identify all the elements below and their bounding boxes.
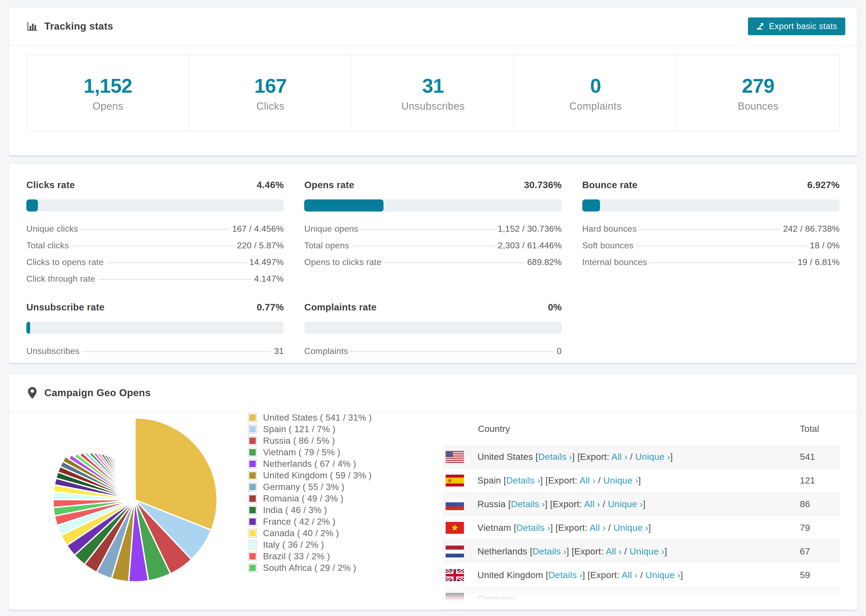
details-link[interactable]: Details › (516, 522, 551, 533)
details-link[interactable]: Details › (532, 546, 567, 556)
geo-country-cell: Germany (477, 593, 515, 604)
stats-strip: 1,152Opens167Clicks31Unsubscribes0Compla… (26, 55, 840, 132)
geo-country-cell: Russia [Details ›] [Export: All › / Uniq… (477, 499, 646, 509)
export-all-link[interactable]: All › (622, 570, 638, 580)
rate-stat-value: 1,152 / 30.736% (498, 224, 562, 234)
export-unique-link[interactable]: Unique › (646, 570, 680, 580)
export-unique-link[interactable]: Unique › (608, 499, 643, 509)
legend-label: Vietnam ( 79 / 5% ) (263, 447, 340, 457)
stat-cell-opens: 1,152Opens (27, 55, 189, 131)
legend-item-russia[interactable]: Russia ( 86 / 5% ) (248, 435, 372, 446)
rate-stat-row: Unique clicks167 / 4.456% (26, 224, 284, 234)
rate-stat-row: Hard bounces242 / 86.738% (582, 224, 840, 234)
legend-label: France ( 42 / 2% ) (263, 517, 335, 527)
legend-label: United Kingdom ( 59 / 3% ) (263, 470, 372, 481)
legend-swatch (248, 552, 257, 561)
rate-stat-value: 0 (557, 346, 562, 356)
legend-swatch (248, 471, 257, 480)
legend-label: India ( 46 / 3% ) (263, 505, 327, 515)
legend-label: Germany ( 55 / 3% ) (263, 482, 345, 492)
dotted-leader (384, 262, 524, 263)
rate-stat-value: 220 / 5.87% (237, 240, 284, 250)
export-all-link[interactable]: All › (579, 475, 596, 486)
rate-block-unsubscribe-rate: Unsubscribe rate0.77%Unsubscribes31 (26, 302, 284, 363)
geo-total-cell: 86 (800, 499, 840, 509)
legend-item-united-kingdom[interactable]: United Kingdom ( 59 / 3% ) (248, 470, 372, 481)
export-all-link[interactable]: All › (589, 522, 606, 533)
geo-opens-card: Campaign Geo Opens United States ( 541 /… (8, 374, 858, 610)
export-all-link[interactable]: All › (606, 546, 622, 556)
legend-item-brazil[interactable]: Brazil ( 33 / 2% ) (248, 550, 372, 562)
geo-table-body: United States [Details ›] [Export: All ›… (442, 445, 840, 610)
legend-item-france[interactable]: France ( 42 / 2% ) (248, 516, 372, 527)
stat-label: Bounces (738, 101, 778, 112)
export-unique-link[interactable]: Unique › (635, 451, 670, 462)
details-link[interactable]: Details › (548, 570, 583, 580)
dotted-leader (72, 246, 234, 247)
vn-flag-icon (446, 522, 464, 534)
export-unique-link[interactable]: Unique › (630, 546, 664, 556)
geo-total-cell: 541 (800, 451, 840, 462)
legend-item-netherlands[interactable]: Netherlands ( 67 / 4% ) (248, 458, 372, 470)
progress-bar (26, 322, 284, 334)
us-flag-icon (446, 451, 464, 463)
legend-item-india[interactable]: India ( 46 / 3% ) (248, 504, 372, 516)
legend-swatch (248, 482, 257, 492)
geo-total-cell: 121 (800, 475, 840, 486)
map-pin-icon (27, 387, 38, 399)
rate-stat-value: 242 / 86.738% (783, 224, 840, 234)
rate-stat-row: Opens to clicks rate689.82% (304, 257, 562, 267)
export-icon (756, 22, 765, 31)
export-all-link[interactable]: All › (611, 451, 627, 462)
rate-stat-row: Clicks to opens rate14.497% (26, 257, 284, 267)
geo-country-cell: United States [Details ›] [Export: All ›… (477, 451, 673, 462)
legend-item-italy[interactable]: Italy ( 36 / 2% ) (248, 539, 372, 550)
geo-table-header-total: Total (800, 424, 840, 434)
rates-grid-top: Clicks rate4.46%Unique clicks167 / 4.456… (26, 179, 840, 291)
geo-opens-legend: United States ( 541 / 31% )Spain ( 121 /… (248, 412, 372, 574)
stat-value: 0 (590, 74, 601, 97)
dotted-leader (351, 351, 553, 352)
rate-percent-value: 4.46% (257, 179, 284, 190)
legend-item-canada[interactable]: Canada ( 40 / 2% ) (248, 527, 372, 539)
legend-label: Russia ( 86 / 5% ) (263, 436, 335, 446)
legend-item-united-states[interactable]: United States ( 541 / 31% ) (248, 412, 372, 423)
progress-bar (304, 200, 562, 212)
export-all-link[interactable]: All › (584, 499, 600, 509)
details-link[interactable]: Details › (506, 475, 540, 486)
legend-item-romania[interactable]: Romania ( 49 / 3% ) (248, 493, 372, 504)
geo-table-header-country: Country (478, 424, 510, 434)
legend-swatch (248, 494, 257, 503)
details-link[interactable]: Details › (511, 499, 545, 509)
export-unique-link[interactable]: Unique › (603, 475, 638, 486)
legend-item-south-africa[interactable]: South Africa ( 29 / 2% ) (248, 562, 372, 574)
rate-stat-value: 18 / 0% (810, 240, 840, 250)
legend-label: Italy ( 36 / 2% ) (263, 540, 324, 550)
geo-table-row-de: Germany (442, 587, 840, 610)
legend-item-germany[interactable]: Germany ( 55 / 3% ) (248, 481, 372, 493)
nl-flag-icon (446, 545, 464, 558)
legend-item-vietnam[interactable]: Vietnam ( 79 / 5% ) (248, 446, 372, 458)
rate-stat-row: Total clicks220 / 5.87% (26, 240, 284, 250)
dotted-leader (640, 229, 780, 230)
geo-opens-pie-chart (49, 414, 221, 586)
dotted-leader (636, 246, 806, 247)
legend-item-spain[interactable]: Spain ( 121 / 7% ) (248, 423, 372, 435)
dotted-leader (650, 262, 794, 263)
export-basic-stats-label: Export basic stats (769, 22, 837, 31)
geo-country-cell: Netherlands [Details ›] [Export: All › /… (477, 546, 667, 556)
stat-cell-unsubscribes: 31Unsubscribes (352, 55, 515, 131)
dotted-leader (81, 229, 229, 230)
rate-percent-value: 30.736% (524, 179, 562, 190)
export-unique-link[interactable]: Unique › (614, 522, 649, 533)
ru-flag-icon (446, 498, 464, 510)
rate-block-opens-rate: Opens rate30.736%Unique opens1,152 / 30.… (304, 179, 562, 291)
geo-country-cell: United Kingdom [Details ›] [Export: All … (477, 570, 683, 580)
rate-stat-label: Unique opens (304, 224, 358, 234)
export-basic-stats-button[interactable]: Export basic stats (748, 17, 845, 35)
details-link[interactable]: Details › (538, 451, 572, 462)
geo-total-cell: 59 (800, 570, 840, 580)
rate-stat-row: Total opens2,303 / 61.446% (304, 240, 562, 250)
stat-label: Clicks (256, 101, 284, 112)
dotted-leader (107, 262, 246, 263)
